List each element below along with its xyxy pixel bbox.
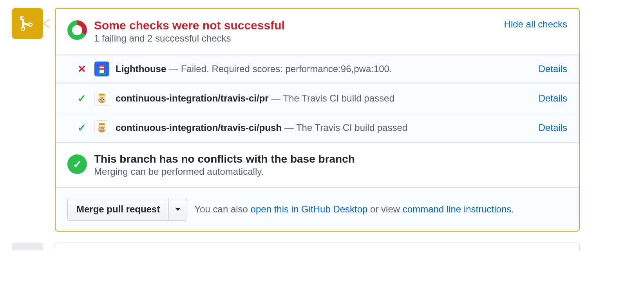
check-details-link[interactable]: Details [539,63,567,74]
command-line-instructions-link[interactable]: command line instructions [403,204,511,214]
merge-status-badge [12,8,43,39]
svg-point-11 [99,99,101,100]
check-name: Lighthouse [116,63,166,74]
checks-summary-subtitle: 1 failing and 2 successful checks [94,33,285,44]
merge-help-text: You can also open this in GitHub Desktop… [194,204,514,215]
merge-button-group: Merge pull request [67,198,187,221]
open-github-desktop-link[interactable]: open this in GitHub Desktop [251,204,368,214]
git-merge-icon [19,15,36,32]
svg-rect-5 [98,73,106,74]
merge-conflict-section: ✓ This branch has no conflicts with the … [56,143,579,188]
svg-point-12 [103,99,104,100]
travis-avatar [94,120,109,135]
chevron-down-icon [175,208,181,211]
check-message: The Travis CI build passed [296,122,407,133]
success-check-icon: ✓ [67,154,87,174]
check-icon: ✓ [77,92,87,105]
svg-point-18 [99,129,101,130]
comment-avatar-stub [12,243,43,250]
check-details-link[interactable]: Details [539,122,567,133]
status-donut-icon [67,20,87,40]
travis-avatar [94,91,109,106]
x-icon: ✕ [77,63,87,75]
hide-all-checks-link[interactable]: Hide all checks [504,19,567,30]
svg-rect-7 [99,94,105,96]
merge-options-dropdown-button[interactable] [169,198,187,221]
check-text: continuous-integration/travis-ci/push — … [116,122,532,133]
merge-action-section: Merge pull request You can also open thi… [56,188,579,231]
lighthouse-avatar [94,62,109,76]
svg-point-19 [103,129,104,130]
merge-pull-request-button[interactable]: Merge pull request [67,198,169,221]
check-message: The Travis CI build passed [283,93,394,103]
svg-point-1 [70,23,85,38]
comment-panel-stub [55,243,580,250]
conflict-title: This branch has no conflicts with the ba… [94,153,355,165]
conflict-subtitle: Merging can be performed automatically. [94,166,355,177]
check-details-link[interactable]: Details [539,93,567,104]
check-row: ✓ continuous-integration/travis-ci/push … [56,113,579,143]
check-message: Failed. Required scores: performance:96,… [181,63,392,74]
svg-rect-3 [99,65,104,67]
merge-status-panel: Some checks were not successful 1 failin… [55,8,580,232]
checks-summary-title: Some checks were not successful [94,19,285,32]
check-icon: ✓ [77,122,87,134]
check-text: continuous-integration/travis-ci/pr — Th… [116,93,532,104]
svg-rect-14 [99,123,105,125]
check-row: ✕ Lighthouse — Failed. Required scores: … [56,54,579,84]
check-row: ✓ continuous-integration/travis-ci/pr — … [56,84,579,113]
svg-rect-4 [99,68,104,70]
checks-summary-section: Some checks were not successful 1 failin… [56,9,579,54]
check-name: continuous-integration/travis-ci/pr [116,93,269,103]
check-name: continuous-integration/travis-ci/push [116,122,282,133]
check-text: Lighthouse — Failed. Required scores: pe… [116,63,532,74]
